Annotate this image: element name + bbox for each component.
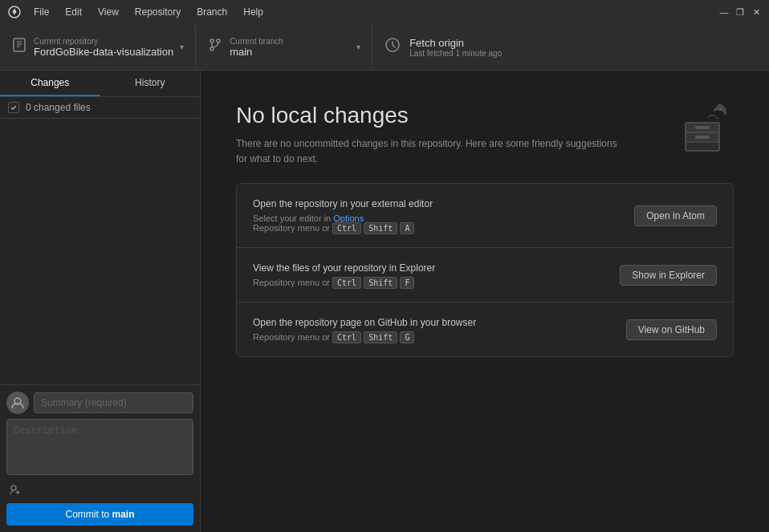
tab-changes[interactable]: Changes [0,71,100,96]
avatar [6,392,29,414]
suggestion-github-title: Open the repository page on GitHub in yo… [253,317,626,328]
suggestion-explorer-shortcut: Repository menu or Ctrl Shift F [253,278,620,287]
menu-bar: File Edit View Repository Branch Help [27,5,270,19]
repo-icon [11,37,27,57]
suggestion-cards: Open the repository in your external edi… [236,183,734,357]
suggestion-card-github-text: Open the repository page on GitHub in yo… [253,317,626,342]
suggestion-explorer-title: View the files of your repository in Exp… [253,262,620,274]
title-bar: File Edit View Repository Branch Help — … [0,0,769,24]
menu-edit[interactable]: Edit [59,5,88,19]
maximize-button[interactable]: ❐ [735,7,745,17]
repo-text: Current repository FordGoBike-data-visua… [34,37,173,58]
svg-rect-17 [695,136,710,139]
suggestion-card-editor-text: Open the repository in your external edi… [253,198,634,233]
commit-button-branch: main [112,509,135,520]
view-on-github-button[interactable]: View on GitHub [626,319,717,340]
branch-arrow-icon: ▾ [356,43,360,51]
kbd-ctrl-g-ctrl: Ctrl [332,331,361,343]
repo-label: Current repository [34,37,173,46]
repo-value: FordGoBike-data-visualization [34,46,173,58]
show-in-explorer-button[interactable]: Show in Explorer [620,265,717,286]
suggestion-editor-title: Open the repository in your external edi… [253,198,634,209]
current-branch-section[interactable]: Current branch main ▾ [196,24,372,70]
app-icon [8,6,21,18]
branch-icon [207,37,223,57]
kbd-ctrl-a-ctrl: Ctrl [332,222,361,234]
svg-rect-1 [14,39,25,51]
no-changes-header: No local changes There are no uncommitte… [236,103,734,167]
suggestion-card-explorer: View the files of your repository in Exp… [237,248,733,303]
content-area: No local changes There are no uncommitte… [201,71,769,532]
sidebar-empty-area [0,119,200,384]
branch-text: Current branch main [230,37,283,58]
branch-value: main [230,46,283,58]
kbd-ctrl-a-shift: Shift [364,222,397,234]
suggestion-card-editor: Open the repository in your external edi… [237,184,733,248]
description-textarea[interactable] [6,419,193,475]
menu-repository[interactable]: Repository [128,5,187,19]
svg-rect-16 [695,126,710,129]
fetch-origin-section[interactable]: Fetch origin Last fetched 1 minute ago [372,24,549,70]
suggestion-card-explorer-text: View the files of your repository in Exp… [253,262,620,287]
svg-point-6 [217,39,220,43]
kbd-ctrl-f-ctrl: Ctrl [332,277,361,289]
close-button[interactable]: ✕ [751,7,761,17]
suggestion-editor-shortcut: Repository menu or Ctrl Shift A [253,223,634,233]
menu-branch[interactable]: Branch [190,5,234,19]
changed-files-label: 0 changed files [26,102,91,113]
svg-point-10 [11,485,16,490]
kbd-ctrl-f-shift: Shift [364,277,397,289]
title-bar-left: File Edit View Repository Branch Help [8,5,270,19]
sidebar-tabs: Changes History [0,71,200,97]
add-coauthor-icon [10,484,21,497]
suggestion-editor-options: Select your editor in Options [253,213,634,223]
menu-help[interactable]: Help [237,5,270,19]
avatar-input-row [6,392,193,414]
no-changes-section: No local changes There are no uncommitte… [236,103,734,357]
main-layout: Changes History 0 changed files [0,71,769,532]
kbd-ctrl-a-a: A [400,222,414,234]
no-changes-desc: There are no uncommitted changes in this… [236,136,621,167]
current-repository-section[interactable]: Current repository FordGoBike-data-visua… [0,24,196,70]
fetch-subtitle: Last fetched 1 minute ago [409,49,502,58]
title-bar-controls: — ❐ ✕ [719,7,761,17]
kbd-ctrl-f-f: F [400,277,414,289]
suggestion-github-shortcut: Repository menu or Ctrl Shift G [253,332,626,342]
repo-arrow-icon: ▾ [180,43,184,51]
suggestion-card-github: Open the repository page on GitHub in yo… [237,303,733,356]
sidebar: Changes History 0 changed files [0,71,201,532]
commit-button-label: Commit to [65,509,109,520]
fetch-text: Fetch origin Last fetched 1 minute ago [409,37,502,58]
commit-area: Commit to main [0,384,200,532]
add-coauthor-row[interactable] [6,482,193,498]
no-changes-title: No local changes [236,103,621,128]
no-changes-text-block: No local changes There are no uncommitte… [236,103,621,167]
fetch-icon [384,36,401,58]
branch-label: Current branch [230,37,283,46]
select-all-checkbox[interactable] [8,102,19,113]
kbd-ctrl-g-shift: Shift [364,331,397,343]
toolbar: Current repository FordGoBike-data-visua… [0,24,769,71]
kbd-ctrl-g-g: G [400,331,414,343]
illustration [669,95,734,159]
tab-history[interactable]: History [100,71,201,96]
changed-files-bar: 0 changed files [0,97,200,119]
open-in-atom-button[interactable]: Open in Atom [634,205,717,226]
menu-view[interactable]: View [92,5,125,19]
svg-point-18 [718,108,722,111]
minimize-button[interactable]: — [719,7,729,17]
summary-input[interactable] [34,392,193,413]
commit-button[interactable]: Commit to main [6,503,193,526]
svg-point-5 [210,39,214,43]
fetch-title: Fetch origin [409,37,502,49]
menu-file[interactable]: File [27,5,55,19]
